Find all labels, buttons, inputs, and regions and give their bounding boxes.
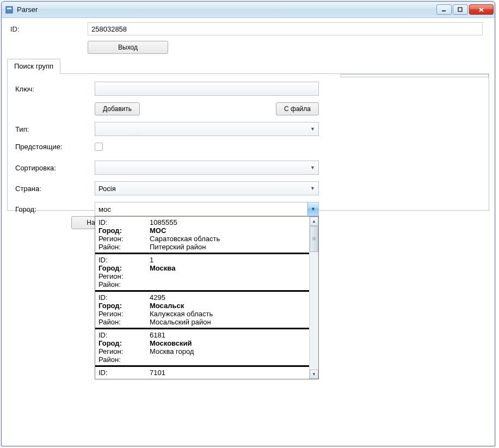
list-item[interactable]: ID:4295 Город:Мосальск Регион:Калужская … (95, 292, 309, 329)
sort-row: Сортировка: ▼ (14, 161, 482, 175)
id-row: ID: (7, 22, 489, 35)
city-dropdown-button[interactable]: ▼ (307, 202, 318, 216)
country-row: Страна: Росія ▼ (14, 181, 482, 195)
list-item[interactable]: ID:1085555 Город:МОС Регион:Саратовская … (95, 217, 309, 254)
window-controls (436, 4, 494, 15)
country-value: Росія (98, 185, 116, 193)
key-label: Ключ: (14, 85, 95, 93)
app-icon (5, 5, 14, 14)
sort-label: Сортировка: (14, 164, 95, 172)
country-label: Страна: (14, 185, 95, 193)
tab-pane: Ключ: Добавить С файла Тип: ▼ (7, 73, 489, 211)
titlebar[interactable]: Parser (2, 2, 495, 18)
maximize-button[interactable] (453, 4, 468, 15)
chevron-down-icon: ▼ (310, 186, 315, 191)
key-row: Ключ: (14, 82, 482, 96)
chevron-down-icon: ▼ (310, 165, 315, 170)
chevron-down-icon: ▼ (310, 126, 315, 132)
upcoming-checkbox[interactable] (95, 143, 103, 151)
tab-strip: Поиск групп (7, 58, 489, 73)
list-item[interactable]: ID:6181 Город:Московский Регион:Москва г… (95, 329, 309, 367)
sort-select[interactable]: ▼ (95, 161, 319, 175)
upcoming-label: Предстоящие: (14, 143, 95, 151)
city-row: Город: ▼ ID:1085555 Город:МОС Рег (14, 202, 482, 216)
preview-panel (341, 74, 489, 77)
type-select[interactable]: ▼ (95, 122, 319, 136)
id-label: ID: (7, 25, 88, 33)
content-area: ID: Выход Поиск групп Ключ: Добавит (2, 18, 495, 446)
key-input[interactable] (95, 82, 319, 96)
scroll-up-button[interactable]: ▲ (310, 217, 318, 226)
minimize-button[interactable] (436, 4, 452, 15)
city-combobox: ▼ (95, 202, 319, 216)
svg-rect-3 (458, 8, 462, 11)
exit-button[interactable]: Выход (88, 41, 168, 54)
exit-row: Выход (7, 41, 489, 54)
city-dropdown-list: ID:1085555 Город:МОС Регион:Саратовская … (95, 217, 309, 379)
add-button[interactable]: Добавить (95, 102, 140, 115)
window-title: Parser (17, 5, 436, 14)
city-dropdown: ID:1085555 Город:МОС Регион:Саратовская … (95, 216, 319, 379)
city-label: Город: (14, 205, 95, 213)
tab-search-groups[interactable]: Поиск групп (7, 59, 60, 74)
scroll-thumb[interactable] (310, 226, 318, 252)
app-window: Parser ID: Выход Поиск групп (1, 1, 495, 446)
dropdown-scrollbar[interactable]: ▲ ▼ (309, 217, 318, 379)
svg-rect-0 (6, 7, 13, 13)
country-select[interactable]: Росія ▼ (95, 181, 319, 195)
type-label: Тип: (14, 125, 95, 133)
close-button[interactable] (469, 4, 494, 15)
list-item[interactable]: ID:7101 (95, 367, 309, 378)
svg-rect-1 (7, 8, 11, 9)
scroll-down-button[interactable]: ▼ (310, 370, 318, 379)
scroll-track[interactable] (310, 226, 318, 370)
tabs: Поиск групп Ключ: Добавить С файла (7, 58, 489, 211)
upcoming-row: Предстоящие: (14, 143, 482, 151)
id-input[interactable] (88, 22, 483, 35)
list-item[interactable]: ID:1 Город:Москва Регион: Район: (95, 254, 309, 292)
type-row: Тип: ▼ (14, 122, 482, 136)
from-file-button[interactable]: С файла (276, 102, 319, 115)
add-row: Добавить С файла (14, 102, 482, 115)
city-input[interactable] (95, 202, 307, 216)
